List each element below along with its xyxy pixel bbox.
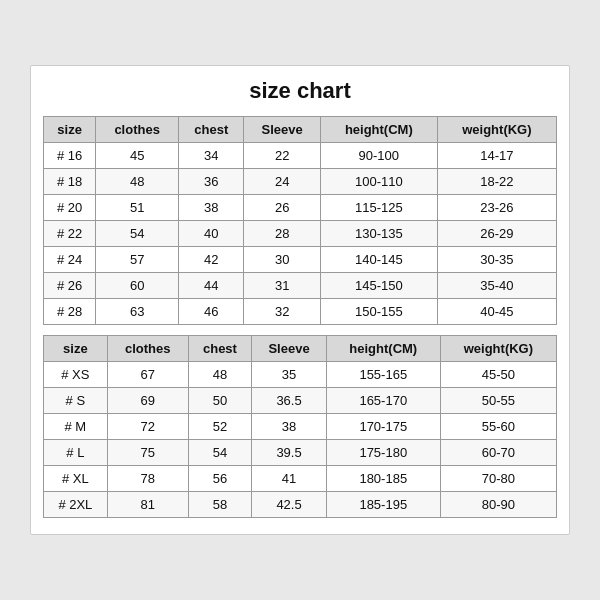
- cell-4-0: # XL: [44, 466, 108, 492]
- cell-4-4: 180-185: [326, 466, 440, 492]
- cell-0-0: # 16: [44, 143, 96, 169]
- cell-1-0: # 18: [44, 169, 96, 195]
- table-row: # 1645342290-10014-17: [44, 143, 557, 169]
- cell-3-4: 175-180: [326, 440, 440, 466]
- cell-4-2: 56: [188, 466, 252, 492]
- cell-2-3: 26: [244, 195, 320, 221]
- col-header-0: size: [44, 117, 96, 143]
- cell-0-1: 45: [96, 143, 179, 169]
- cell-0-2: 48: [188, 362, 252, 388]
- cell-5-0: # 26: [44, 273, 96, 299]
- cell-0-0: # XS: [44, 362, 108, 388]
- col-header-3: Sleeve: [244, 117, 320, 143]
- table-row: # 28634632150-15540-45: [44, 299, 557, 325]
- cell-1-3: 36.5: [252, 388, 326, 414]
- cell-4-4: 140-145: [320, 247, 437, 273]
- cell-2-5: 55-60: [440, 414, 556, 440]
- cell-3-5: 60-70: [440, 440, 556, 466]
- cell-2-1: 51: [96, 195, 179, 221]
- col-header-1: clothes: [96, 117, 179, 143]
- cell-0-5: 14-17: [437, 143, 556, 169]
- cell-5-1: 60: [96, 273, 179, 299]
- cell-1-1: 69: [107, 388, 188, 414]
- cell-1-5: 18-22: [437, 169, 556, 195]
- cell-5-3: 31: [244, 273, 320, 299]
- cell-4-5: 30-35: [437, 247, 556, 273]
- table-row: # M725238170-17555-60: [44, 414, 557, 440]
- cell-0-4: 155-165: [326, 362, 440, 388]
- cell-5-5: 80-90: [440, 492, 556, 518]
- cell-6-1: 63: [96, 299, 179, 325]
- cell-4-1: 78: [107, 466, 188, 492]
- cell-3-1: 54: [96, 221, 179, 247]
- chart-title: size chart: [43, 78, 557, 104]
- cell-5-4: 145-150: [320, 273, 437, 299]
- cell-6-2: 46: [179, 299, 244, 325]
- cell-2-0: # 20: [44, 195, 96, 221]
- cell-4-2: 42: [179, 247, 244, 273]
- col-header-5: weight(KG): [437, 117, 556, 143]
- col-header-3: Sleeve: [252, 336, 326, 362]
- table-row: # S695036.5165-17050-55: [44, 388, 557, 414]
- cell-4-3: 41: [252, 466, 326, 492]
- table-row: # XS674835155-16545-50: [44, 362, 557, 388]
- cell-5-3: 42.5: [252, 492, 326, 518]
- cell-2-2: 52: [188, 414, 252, 440]
- size-table-2: sizeclotheschestSleeveheight(CM)weight(K…: [43, 335, 557, 518]
- cell-4-5: 70-80: [440, 466, 556, 492]
- cell-5-2: 44: [179, 273, 244, 299]
- col-header-1: clothes: [107, 336, 188, 362]
- cell-2-4: 115-125: [320, 195, 437, 221]
- cell-6-4: 150-155: [320, 299, 437, 325]
- cell-0-1: 67: [107, 362, 188, 388]
- cell-3-3: 28: [244, 221, 320, 247]
- cell-3-2: 40: [179, 221, 244, 247]
- cell-3-0: # L: [44, 440, 108, 466]
- cell-5-2: 58: [188, 492, 252, 518]
- cell-6-0: # 28: [44, 299, 96, 325]
- cell-2-1: 72: [107, 414, 188, 440]
- col-header-0: size: [44, 336, 108, 362]
- table-row: # 26604431145-15035-40: [44, 273, 557, 299]
- cell-1-4: 100-110: [320, 169, 437, 195]
- cell-1-3: 24: [244, 169, 320, 195]
- table-row: # 24574230140-14530-35: [44, 247, 557, 273]
- cell-0-2: 34: [179, 143, 244, 169]
- size-table-1: sizeclotheschestSleeveheight(CM)weight(K…: [43, 116, 557, 325]
- table1-header-row: sizeclotheschestSleeveheight(CM)weight(K…: [44, 117, 557, 143]
- cell-1-5: 50-55: [440, 388, 556, 414]
- size-chart-card: size chart sizeclotheschestSleeveheight(…: [30, 65, 570, 535]
- cell-2-2: 38: [179, 195, 244, 221]
- col-header-2: chest: [188, 336, 252, 362]
- cell-1-1: 48: [96, 169, 179, 195]
- cell-2-3: 38: [252, 414, 326, 440]
- col-header-4: height(CM): [326, 336, 440, 362]
- cell-1-2: 36: [179, 169, 244, 195]
- cell-2-5: 23-26: [437, 195, 556, 221]
- cell-3-2: 54: [188, 440, 252, 466]
- cell-2-0: # M: [44, 414, 108, 440]
- cell-4-0: # 24: [44, 247, 96, 273]
- table-row: # 20513826115-12523-26: [44, 195, 557, 221]
- table2-header-row: sizeclotheschestSleeveheight(CM)weight(K…: [44, 336, 557, 362]
- cell-3-0: # 22: [44, 221, 96, 247]
- cell-3-5: 26-29: [437, 221, 556, 247]
- cell-0-3: 35: [252, 362, 326, 388]
- table-row: # L755439.5175-18060-70: [44, 440, 557, 466]
- col-header-2: chest: [179, 117, 244, 143]
- cell-4-3: 30: [244, 247, 320, 273]
- cell-3-3: 39.5: [252, 440, 326, 466]
- cell-1-4: 165-170: [326, 388, 440, 414]
- cell-4-1: 57: [96, 247, 179, 273]
- cell-1-0: # S: [44, 388, 108, 414]
- col-header-4: height(CM): [320, 117, 437, 143]
- cell-3-1: 75: [107, 440, 188, 466]
- table-row: # 18483624100-11018-22: [44, 169, 557, 195]
- cell-6-5: 40-45: [437, 299, 556, 325]
- cell-2-4: 170-175: [326, 414, 440, 440]
- col-header-5: weight(KG): [440, 336, 556, 362]
- cell-1-2: 50: [188, 388, 252, 414]
- table-row: # 2XL815842.5185-19580-90: [44, 492, 557, 518]
- cell-0-5: 45-50: [440, 362, 556, 388]
- table-row: # 22544028130-13526-29: [44, 221, 557, 247]
